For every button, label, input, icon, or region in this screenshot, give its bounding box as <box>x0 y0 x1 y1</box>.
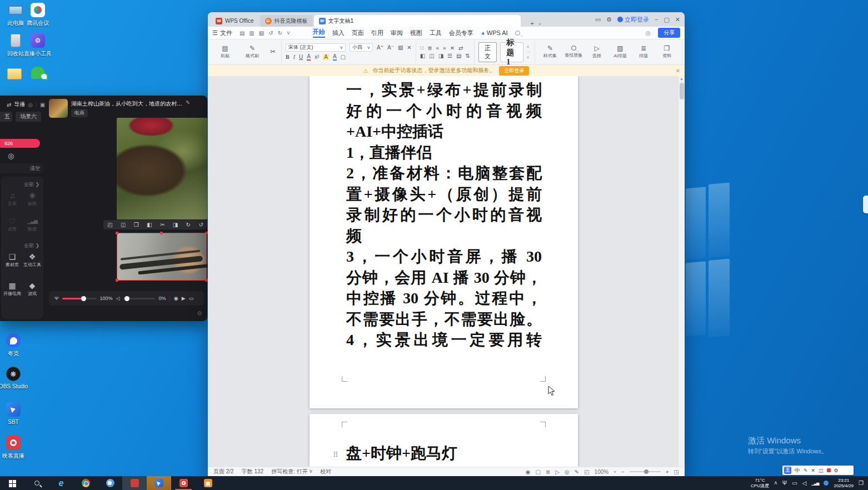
font-size-select[interactable]: 小四 ˅ <box>350 43 373 52</box>
scene-tab-six[interactable]: 场景六 <box>16 112 41 122</box>
clock[interactable]: 23:21 2025/4/29 <box>834 478 854 488</box>
login-button[interactable]: 立即登录 <box>617 16 649 24</box>
decrease-indent-icon[interactable]: « <box>436 45 440 51</box>
distribute-icon[interactable]: ▤ <box>456 53 461 59</box>
scrollbar-thumb[interactable] <box>680 83 684 99</box>
grid-icon[interactable]: ◫ <box>121 222 126 228</box>
maximize-button[interactable]: ▢ <box>664 16 669 23</box>
bold-button[interactable]: B <box>286 54 290 60</box>
font-name-select[interactable]: 宋体 (正文) ˅ <box>286 43 346 52</box>
menu-tools[interactable]: 工具 <box>430 29 442 37</box>
menu-page[interactable]: 页面 <box>352 29 364 37</box>
login-now-button[interactable]: 立即登录 <box>499 66 529 76</box>
settings-gear-icon[interactable]: ⚙ <box>197 310 202 317</box>
network-tray-icon[interactable]: ▁▃▅ <box>811 481 819 486</box>
video-source-selected[interactable] <box>117 233 207 281</box>
menu-wps-ai[interactable]: ▲ WPS AI <box>481 29 508 36</box>
style-heading1[interactable]: 标题 1 <box>500 42 523 62</box>
desktop-icon-sbt[interactable]: SBT <box>0 401 31 425</box>
spinner-up-icon[interactable]: ˄ <box>527 45 531 49</box>
crop-icon[interactable]: ✂ <box>160 222 164 228</box>
spinner-more-icon[interactable]: ⋯ <box>527 50 531 54</box>
screenshot-icon[interactable]: ◉ <box>174 296 178 301</box>
screen-share-icon[interactable]: ▭ <box>189 296 194 301</box>
desktop-icon-live-tool[interactable]: ⚙ 直播小工具 <box>20 32 56 58</box>
edit-title-icon[interactable]: ✎ <box>186 99 190 106</box>
new-tab-button[interactable]: + <box>531 20 534 27</box>
taskbar-chrome[interactable] <box>73 476 98 490</box>
resize-handle[interactable] <box>116 232 118 234</box>
decrease-font-icon[interactable]: A⁻ <box>387 44 394 51</box>
minimize-button[interactable]: − <box>655 16 658 23</box>
tab-list-chevron-icon[interactable]: ˅ <box>538 22 541 27</box>
speaker-muted-icon[interactable]: ◁ <box>116 296 120 301</box>
save-icon[interactable]: ▤ <box>240 30 245 36</box>
menu-vip[interactable]: 会员专享 <box>449 29 473 37</box>
scroll-up-icon[interactable]: ▴ <box>680 76 682 81</box>
align-left-icon[interactable]: ◧ <box>420 53 425 59</box>
ime-badge[interactable]: 王 <box>784 467 791 474</box>
speaker-tray-icon[interactable]: ◁ <box>802 480 807 486</box>
clear-button[interactable]: 清空 <box>30 165 40 172</box>
select-button[interactable]: ▷ 选择 <box>586 40 608 64</box>
menu-file[interactable]: ☰ 文件 <box>212 29 232 37</box>
ime-pen-icon[interactable]: ✎ <box>804 468 808 473</box>
font-color-button[interactable]: A <box>307 53 311 61</box>
bullet-list-icon[interactable]: ∷ <box>420 45 423 51</box>
director-mode-label[interactable]: 导播 <box>14 101 25 108</box>
clear-style-icon[interactable]: ✕ <box>450 45 455 51</box>
tray-expand-icon[interactable]: ˄ <box>774 480 777 486</box>
edge-panel-handle[interactable] <box>863 196 868 213</box>
find-replace-button[interactable]: 查找替换 <box>562 40 585 64</box>
close-notice-icon[interactable]: ✕ <box>676 68 680 74</box>
resize-handle[interactable] <box>160 232 163 234</box>
popout-icon[interactable]: ▣ <box>40 102 45 108</box>
style-set-button[interactable]: ✎ 样式集 <box>539 40 561 64</box>
menu-home[interactable]: 开始 <box>313 28 325 38</box>
tool-interactive[interactable]: ❖ 互动工具 <box>22 252 42 268</box>
rotate-icon[interactable]: ↻ <box>186 222 191 228</box>
tool-material-library[interactable]: ❏ 素材库 <box>2 252 22 268</box>
layout-mode-icon[interactable]: ▭ <box>595 16 601 23</box>
taskbar-red-ring-app[interactable] <box>171 476 196 490</box>
typeset-button[interactable]: ≣ 排版 <box>632 40 655 64</box>
line-spacing-icon[interactable]: ⇅ <box>466 53 470 59</box>
tool-ecommerce[interactable]: ▦ 开播电商 <box>2 281 22 297</box>
format-painter-button[interactable]: ✎ 格式刷 <box>241 40 263 64</box>
cut-button[interactable]: ✂ <box>268 40 277 64</box>
ime-lang-toggle[interactable]: 中 <box>795 467 800 474</box>
char-color-button[interactable]: A <box>333 53 337 61</box>
video-source-main[interactable] <box>117 118 207 219</box>
style-gallery-spinner[interactable]: ˄ ⋯ ˅ <box>527 45 531 59</box>
justify-icon[interactable]: ☰ <box>447 53 452 59</box>
numbered-list-icon[interactable]: ≣ <box>427 45 432 51</box>
action-center-icon[interactable]: ❐ <box>859 480 864 486</box>
taskbar-orange-app[interactable]: ▣ <box>196 476 220 490</box>
proofread-button[interactable]: 校对 <box>320 468 331 476</box>
mic-tray-icon[interactable]: Ψ <box>782 480 787 486</box>
close-button[interactable]: ✕ <box>675 16 680 23</box>
bluetooth-tray-icon[interactable] <box>824 481 829 486</box>
zoom-slider[interactable] <box>630 471 661 472</box>
fullscreen-icon[interactable]: ◳ <box>674 469 679 475</box>
ime-skin-icon[interactable] <box>827 468 831 472</box>
zoom-in-button[interactable]: + <box>666 469 669 475</box>
target-icon[interactable]: ◎ <box>8 152 14 160</box>
edit-mode-icon[interactable]: ✎ <box>575 469 579 475</box>
room-cover-thumbnail[interactable] <box>49 99 68 118</box>
desktop-icon-meeting[interactable]: 腾讯会议 <box>20 2 56 27</box>
paragraph-grip-icon[interactable]: ⠿ <box>333 451 338 459</box>
highlight-button[interactable]: A <box>323 54 329 60</box>
vertical-scrollbar[interactable]: ▴ <box>678 76 685 467</box>
play-view-icon[interactable]: ▷ <box>555 469 560 475</box>
speaker-volume-slider[interactable] <box>123 298 155 299</box>
ime-close-icon[interactable]: ✕ <box>811 468 816 473</box>
theme-icon[interactable]: ◎ <box>645 29 651 37</box>
viewer-count-bar[interactable]: 926 <box>0 139 40 148</box>
ai-typeset-button[interactable]: ▧ AI排版 <box>609 40 631 64</box>
text-effects-icon[interactable]: ▧ <box>398 44 403 51</box>
undo-icon[interactable]: ↺ <box>198 222 203 228</box>
tool-music[interactable]: ♫ 音乐 <box>2 191 22 207</box>
expand-icon[interactable]: ◰ <box>107 222 112 228</box>
flip-vertical-icon[interactable]: ◨ <box>173 222 178 228</box>
